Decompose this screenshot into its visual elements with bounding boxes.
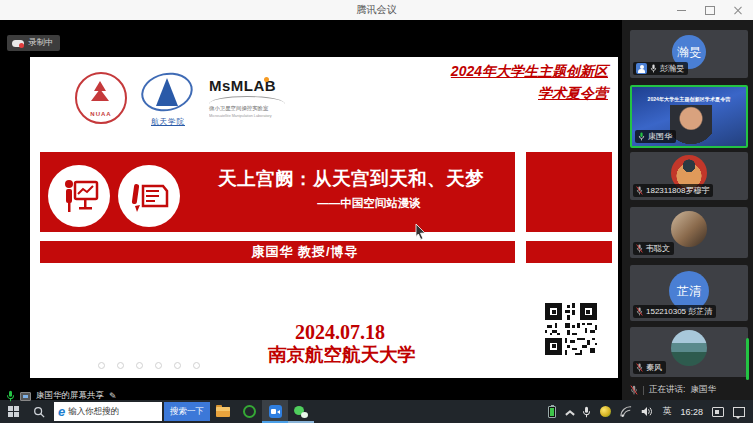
video-slide-caption: 2024年大学生主题创新区学术夏令营 <box>643 96 735 104</box>
volume-icon[interactable] <box>641 406 653 417</box>
participant-tile[interactable]: 瀚旻 彭瀚旻 <box>630 30 748 78</box>
nuaa-seal-logo: NUAA <box>75 72 127 124</box>
windows-taskbar: e 输入你想搜的 搜索一下 <box>0 400 753 423</box>
start-button[interactable] <box>0 400 26 423</box>
taskbar-search-button[interactable] <box>26 400 52 423</box>
mic-muted-icon <box>636 186 643 195</box>
battery-icon[interactable] <box>548 406 556 418</box>
participant-tile[interactable]: 182311808罗穆宇 <box>630 152 748 200</box>
participant-tile[interactable]: 秦风 <box>630 327 748 377</box>
search-placeholder: 输入你想搜的 <box>68 406 162 418</box>
speaker-video <box>670 105 712 147</box>
meeting-main-area: 录制中 NUAA 航天学院 MsMLAB <box>0 20 753 400</box>
presenter-name: 康国华 教授/博导 <box>196 243 358 261</box>
action-center-icon[interactable] <box>733 407 745 417</box>
edge-icon: e <box>58 404 65 419</box>
cloud-record-icon <box>12 39 24 47</box>
slide-title: 天上宫阙：从天宫到天和、天梦 <box>192 166 510 191</box>
window-title: 腾讯会议 <box>357 3 397 17</box>
mic-muted-icon <box>636 307 643 316</box>
recording-label: 录制中 <box>28 37 54 49</box>
browser-button[interactable] <box>236 400 262 423</box>
annotate-pencil-icon[interactable]: ✎ <box>109 391 117 401</box>
sidebar-scrollbar[interactable] <box>746 338 749 380</box>
mslab-orange-dot-icon <box>264 77 269 82</box>
mic-on-icon <box>638 132 645 141</box>
presenter-band: 康国华 教授/博导 <box>40 241 515 263</box>
speaking-status-bar: 正在讲话: 康国华 <box>630 382 748 398</box>
nuaa-seal-label: NUAA <box>77 111 125 117</box>
college-label: 航天学院 <box>139 117 197 127</box>
participant-name: 秦风 <box>646 362 662 373</box>
taskbar-search-input[interactable]: e 输入你想搜的 <box>54 402 162 421</box>
participant-name: 182311808罗穆宇 <box>646 185 709 196</box>
presenter-board-icon <box>48 165 110 227</box>
mic-active-icon <box>6 390 15 402</box>
participant-name-tag: 彭瀚旻 <box>633 62 688 75</box>
network-signal-icon[interactable] <box>620 406 632 417</box>
participant-name: 彭瀚旻 <box>660 63 684 74</box>
presenter-band-right-strip <box>526 241 612 263</box>
minimize-icon[interactable] <box>675 3 689 17</box>
mouse-cursor <box>415 224 426 240</box>
participant-name-tag: 182311808罗穆宇 <box>633 184 713 197</box>
tray-mic-icon[interactable] <box>582 406 591 418</box>
slide-header: 2024年大学生主题创新区 学术夏令营 <box>451 61 608 104</box>
slide-header-line2: 学术夏令营 <box>451 83 608 105</box>
window-controls <box>675 0 745 20</box>
folder-icon <box>216 407 230 417</box>
tencent-meeting-taskbar-button[interactable] <box>262 400 288 423</box>
participant-name-tag: 152210305 彭芷清 <box>633 305 716 318</box>
logo-row: NUAA 航天学院 MsMLAB 微小卫星空间操控实验室 Microsatell… <box>75 69 293 127</box>
windows-logo-icon <box>8 406 19 417</box>
mslab-wordmark: MsMLAB <box>209 77 293 94</box>
clock[interactable]: 16:28 <box>680 407 703 417</box>
screen-share-indicator[interactable]: 康国华的屏幕共享 ✎ <box>6 389 117 403</box>
recording-badge: 录制中 <box>7 35 60 51</box>
participant-name-tag: 康国华 <box>635 130 676 143</box>
mslab-logo: MsMLAB 微小卫星空间操控实验室 Microsatellite Manipu… <box>209 75 293 121</box>
presentation-slide: NUAA 航天学院 MsMLAB 微小卫星空间操控实验室 Microsatell… <box>30 57 618 378</box>
host-person-icon <box>636 63 647 74</box>
divider <box>643 386 644 395</box>
slideshow-control-dots[interactable] <box>98 362 200 369</box>
participant-name-tag: 韦聪文 <box>633 242 674 255</box>
participant-tile-active-video[interactable]: 2024年大学生主题创新区学术夏令营 康国华 <box>630 85 748 148</box>
file-explorer-button[interactable] <box>210 400 236 423</box>
maximize-icon[interactable] <box>703 3 717 17</box>
close-icon[interactable] <box>731 3 745 17</box>
mslab-chinese-name: 微小卫星空间操控实验室 <box>209 104 285 112</box>
participant-name: 康国华 <box>648 131 672 142</box>
slide-university: 南京航空航天大学 <box>242 342 442 367</box>
media-player-tray-icon[interactable] <box>712 407 724 417</box>
taskbar-left: e 输入你想搜的 搜索一下 <box>0 400 314 423</box>
wechat-icon <box>294 406 308 418</box>
meeting-camera-icon <box>269 405 282 418</box>
ime-indicator[interactable]: 英 <box>662 405 671 418</box>
title-band: 天上宫阙：从天宫到天和、天梦 ——中国空间站漫谈 <box>40 152 515 232</box>
wechat-taskbar-button[interactable] <box>288 400 314 423</box>
avatar <box>671 211 707 247</box>
shared-screen-icon <box>20 392 31 401</box>
slide-header-line1: 2024年大学生主题创新区 <box>451 61 608 83</box>
participant-tile[interactable]: 芷清 152210305 彭芷清 <box>630 265 748 321</box>
mic-on-icon <box>650 64 657 73</box>
window-titlebar[interactable]: 腾讯会议 <box>0 0 753 20</box>
tencent-meeting-window: 腾讯会议 录制中 NUAA <box>0 0 753 423</box>
speaking-label: 正在讲话: <box>649 384 685 396</box>
astronautics-college-logo: 航天学院 <box>139 72 197 124</box>
shared-screen-area[interactable]: 录制中 NUAA 航天学院 MsMLAB <box>0 20 622 400</box>
search-icon <box>33 406 45 418</box>
tray-expand-icon[interactable] <box>565 408 573 416</box>
participants-sidebar[interactable]: 瀚旻 彭瀚旻 2024年大学生主题创新区学术夏令营 <box>622 20 753 400</box>
search-go-button[interactable]: 搜索一下 <box>164 402 210 421</box>
tray-app-icon[interactable] <box>600 406 611 417</box>
avatar <box>671 330 707 366</box>
mslab-english-name: Microsatellite Manipulation Laboratory <box>209 114 261 118</box>
participant-name: 152210305 彭芷清 <box>646 306 712 317</box>
slide-subtitle: ——中国空间站漫谈 <box>230 196 508 211</box>
participant-tile[interactable]: 韦聪文 <box>630 207 748 258</box>
mic-muted-icon <box>636 244 643 253</box>
green-browser-icon <box>243 405 256 418</box>
share-bar-label: 康国华的屏幕共享 <box>36 390 104 402</box>
